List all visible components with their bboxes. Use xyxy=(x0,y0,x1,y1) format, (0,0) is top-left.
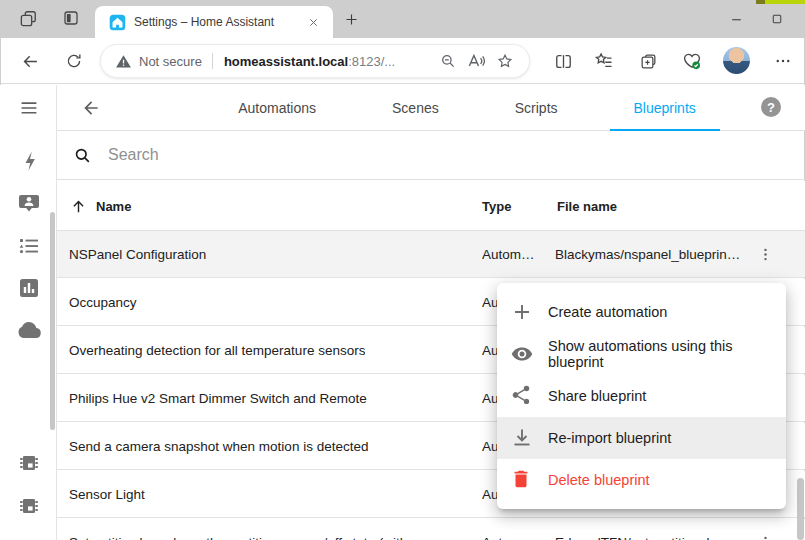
browser-essentials-icon[interactable] xyxy=(679,48,705,74)
new-tab-icon[interactable] xyxy=(340,8,362,30)
sidebar-item-list[interactable] xyxy=(17,234,41,258)
row-overflow-menu-icon[interactable] xyxy=(751,240,779,268)
background-sliver xyxy=(765,0,805,4)
sidebar-item-history[interactable] xyxy=(17,276,41,300)
help-icon[interactable]: ? xyxy=(761,97,781,117)
sidebar-item-device-1[interactable] xyxy=(17,451,41,475)
trash-icon xyxy=(510,468,534,492)
workspaces-icon[interactable] xyxy=(60,7,82,29)
download-icon xyxy=(510,426,534,450)
zoom-out-indicator-icon[interactable] xyxy=(435,48,461,74)
history-chart-icon xyxy=(17,276,41,300)
tab-actions-icon[interactable] xyxy=(17,7,39,29)
background-sliver xyxy=(756,0,765,4)
cloud-icon xyxy=(17,318,41,342)
ha-nav-tabs: Automations Scenes Scripts Blueprints xyxy=(187,85,747,131)
menu-item-delete-blueprint[interactable]: Delete blueprint xyxy=(497,459,786,501)
menu-item-reimport-blueprint[interactable]: Re-import blueprint xyxy=(497,417,786,459)
row-overflow-menu-icon[interactable] xyxy=(751,528,779,540)
blueprint-context-menu: Create automation Show automations using… xyxy=(497,283,786,509)
column-header-file[interactable]: File name xyxy=(557,181,617,231)
tab-automations[interactable]: Automations xyxy=(214,85,340,131)
url-host: homeassistant.local xyxy=(224,54,348,69)
table-header: Name Type File name xyxy=(57,181,805,231)
refresh-icon[interactable] xyxy=(62,49,86,73)
more-options-icon[interactable] xyxy=(770,48,796,74)
page-scrollbar[interactable] xyxy=(797,478,804,540)
energy-icon xyxy=(17,149,41,173)
window-maximize-icon[interactable] xyxy=(765,8,789,30)
tab-title: Settings – Home Assistant xyxy=(134,15,303,29)
chip-icon xyxy=(17,494,41,518)
sidebar-scrollbar[interactable] xyxy=(50,212,55,430)
sidebar-item-cloud[interactable] xyxy=(17,318,41,342)
address-bar[interactable]: Not secure homeassistant.local :8123/... xyxy=(100,44,530,78)
menu-item-create-automation[interactable]: Create automation xyxy=(497,291,786,333)
tab-blueprints[interactable]: Blueprints xyxy=(610,85,720,131)
sidebar-item-person-badge[interactable] xyxy=(17,191,41,215)
table-row-nspanel[interactable]: NSPanel Configuration Autom… Blackymas/n… xyxy=(57,231,805,278)
tab-scenes[interactable]: Scenes xyxy=(368,85,463,131)
back-icon[interactable] xyxy=(18,49,42,73)
menu-item-show-automations[interactable]: Show automations using this blueprint xyxy=(497,333,786,375)
sidebar-item-energy[interactable] xyxy=(17,149,41,173)
ha-header: Automations Scenes Scripts Blueprints xyxy=(57,85,805,131)
sidebar-item-device-2[interactable] xyxy=(17,494,41,518)
favorites-icon[interactable] xyxy=(591,48,617,74)
collections-icon[interactable] xyxy=(635,48,661,74)
profile-avatar[interactable] xyxy=(723,47,750,74)
menu-item-share-blueprint[interactable]: Share blueprint xyxy=(497,375,786,417)
share-icon xyxy=(510,384,534,408)
browser-tab-active[interactable]: Settings – Home Assistant xyxy=(95,6,333,38)
browser-toolbar: Not secure homeassistant.local :8123/... xyxy=(0,38,805,84)
tab-strip: Settings – Home Assistant xyxy=(0,0,805,38)
eye-icon xyxy=(510,342,534,366)
list-icon xyxy=(17,234,41,258)
url-path: :8123/... xyxy=(348,54,395,69)
chip-icon xyxy=(17,451,41,475)
table-row-set-entities[interactable]: Set entities based on other entities new… xyxy=(57,519,805,540)
tab-scripts[interactable]: Scripts xyxy=(491,85,582,131)
column-header-type[interactable]: Type xyxy=(482,181,511,231)
browser-window: Settings – Home Assistant xyxy=(0,0,805,540)
read-aloud-icon[interactable] xyxy=(461,48,491,74)
ha-sidebar xyxy=(0,85,57,540)
column-header-name[interactable]: Name xyxy=(70,181,131,231)
security-label: Not secure xyxy=(139,54,202,69)
window-minimize-icon[interactable] xyxy=(724,8,748,30)
tab-close-icon[interactable] xyxy=(303,12,323,32)
search-input[interactable] xyxy=(106,145,506,165)
split-screen-icon[interactable] xyxy=(550,48,576,74)
sort-ascending-icon xyxy=(70,198,87,215)
address-divider xyxy=(212,53,213,69)
not-secure-warning-icon[interactable] xyxy=(115,53,132,70)
search-icon xyxy=(73,146,92,165)
add-favorite-star-icon[interactable] xyxy=(491,48,519,74)
search-row xyxy=(57,131,805,180)
plus-icon xyxy=(510,300,534,324)
person-badge-icon xyxy=(17,191,41,215)
home-assistant-favicon xyxy=(109,14,126,31)
ha-back-icon[interactable] xyxy=(79,96,103,120)
sidebar-menu-icon[interactable] xyxy=(17,96,41,120)
